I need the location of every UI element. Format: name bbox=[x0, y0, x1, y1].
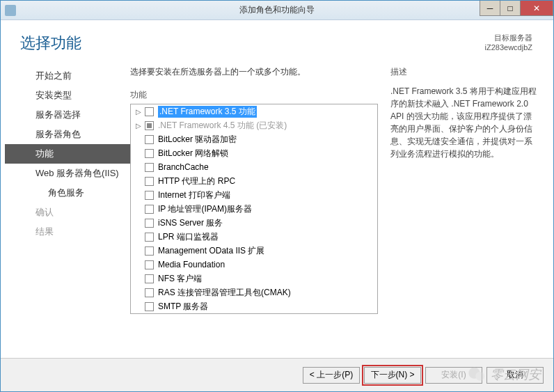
destination-label: 目标服务器 bbox=[485, 33, 532, 43]
feature-row[interactable]: Media Foundation bbox=[131, 258, 377, 272]
feature-label: BitLocker 网络解锁 bbox=[158, 148, 228, 159]
feature-checkbox[interactable] bbox=[145, 135, 154, 144]
feature-label: SMTP 服务器 bbox=[158, 301, 208, 313]
feature-label: NFS 客户端 bbox=[158, 273, 202, 285]
destination-server: 目标服务器 iZ283ewcdjbZ bbox=[485, 33, 532, 54]
feature-label: HTTP 代理上的 RPC bbox=[158, 175, 235, 187]
maximize-button[interactable]: □ bbox=[500, 1, 521, 16]
nav-item-2[interactable]: 服务器选择 bbox=[5, 105, 130, 125]
feature-label: .NET Framework 3.5 功能 bbox=[158, 106, 257, 118]
feature-row[interactable]: ▷.NET Framework 3.5 功能 bbox=[131, 104, 377, 118]
nav-item-5[interactable]: Web 服务器角色(IIS) bbox=[5, 164, 130, 183]
feature-checkbox[interactable] bbox=[145, 205, 154, 214]
app-icon bbox=[5, 5, 16, 16]
previous-button[interactable]: < 上一步(P) bbox=[303, 367, 360, 384]
feature-checkbox[interactable] bbox=[145, 233, 154, 242]
features-column: 选择要安装在所选服务器上的一个或多个功能。 功能 ▷.NET Framework… bbox=[130, 66, 378, 314]
nav-item-3[interactable]: 服务器角色 bbox=[5, 125, 130, 144]
feature-checkbox[interactable] bbox=[145, 163, 154, 172]
feature-row[interactable]: BitLocker 驱动器加密 bbox=[131, 132, 377, 146]
feature-checkbox[interactable] bbox=[145, 219, 154, 228]
destination-value: iZ283ewcdjbZ bbox=[485, 43, 532, 52]
install-button: 安装(I) bbox=[425, 367, 482, 384]
next-button[interactable]: 下一步(N) > bbox=[364, 367, 421, 384]
titlebar: 添加角色和功能向导 ─ □ ✕ bbox=[1, 1, 553, 20]
feature-checkbox[interactable] bbox=[145, 288, 154, 297]
feature-label: Internet 打印客户端 bbox=[158, 189, 230, 201]
feature-label: LPR 端口监视器 bbox=[158, 231, 219, 243]
nav-item-1[interactable]: 安装类型 bbox=[5, 86, 130, 105]
window-title: 添加角色和功能向导 bbox=[1, 4, 553, 16]
body: 开始之前安装类型服务器选择服务器角色功能Web 服务器角色(IIS)角色服务确认… bbox=[1, 59, 553, 314]
feature-label: RAS 连接管理器管理工具包(CMAK) bbox=[158, 287, 291, 299]
feature-label: BitLocker 驱动器加密 bbox=[158, 134, 237, 146]
nav-item-0[interactable]: 开始之前 bbox=[5, 66, 130, 86]
feature-checkbox bbox=[145, 121, 154, 130]
window-controls: ─ □ ✕ bbox=[480, 1, 553, 16]
feature-checkbox[interactable] bbox=[145, 302, 154, 311]
feature-checkbox[interactable] bbox=[145, 177, 154, 186]
cancel-button[interactable]: 取消 bbox=[486, 367, 544, 384]
feature-label: BranchCache bbox=[158, 162, 209, 172]
feature-row[interactable]: BranchCache bbox=[131, 160, 377, 174]
feature-row[interactable]: SMTP 服务器 bbox=[131, 299, 377, 313]
feature-row[interactable]: Management OData IIS 扩展 bbox=[131, 244, 377, 258]
feature-row[interactable]: LPR 端口监视器 bbox=[131, 230, 377, 244]
feature-row[interactable]: IP 地址管理(IPAM)服务器 bbox=[131, 202, 377, 216]
feature-label: IP 地址管理(IPAM)服务器 bbox=[158, 203, 252, 215]
close-button[interactable]: ✕ bbox=[520, 1, 553, 16]
page-title: 选择功能 bbox=[20, 33, 81, 54]
nav-item-8: 结果 bbox=[5, 222, 130, 242]
feature-label: Management OData IIS 扩展 bbox=[158, 245, 264, 257]
nav-sidebar: 开始之前安装类型服务器选择服务器角色功能Web 服务器角色(IIS)角色服务确认… bbox=[5, 59, 130, 314]
minimize-button[interactable]: ─ bbox=[480, 1, 500, 16]
feature-checkbox[interactable] bbox=[145, 274, 154, 283]
expand-icon[interactable]: ▷ bbox=[134, 122, 143, 130]
wizard-window: 添加角色和功能向导 ─ □ ✕ 选择功能 目标服务器 iZ283ewcdjbZ … bbox=[0, 0, 554, 392]
main-panel: 选择要安装在所选服务器上的一个或多个功能。 功能 ▷.NET Framework… bbox=[130, 59, 549, 314]
description-column: 描述 .NET Framework 3.5 将用于构建应用程序的新技术融入 .N… bbox=[390, 66, 537, 314]
feature-label: .NET Framework 4.5 功能 (已安装) bbox=[158, 120, 287, 132]
feature-row[interactable]: BitLocker 网络解锁 bbox=[131, 146, 377, 160]
features-tree[interactable]: ▷.NET Framework 3.5 功能▷.NET Framework 4.… bbox=[130, 104, 378, 314]
expand-icon[interactable]: ▷ bbox=[134, 108, 143, 116]
instruction-text: 选择要安装在所选服务器上的一个或多个功能。 bbox=[130, 66, 378, 78]
nav-item-4[interactable]: 功能 bbox=[5, 144, 130, 164]
feature-checkbox[interactable] bbox=[145, 260, 154, 269]
feature-checkbox[interactable] bbox=[145, 246, 154, 256]
feature-checkbox[interactable] bbox=[145, 149, 154, 158]
feature-row[interactable]: Internet 打印客户端 bbox=[131, 188, 377, 202]
footer: < 上一步(P) 下一步(N) > 安装(I) 取消 零云网安 bbox=[1, 358, 553, 391]
feature-label: iSNS Server 服务 bbox=[158, 217, 223, 229]
feature-row[interactable]: ▷.NET Framework 4.5 功能 (已安装) bbox=[131, 118, 377, 132]
feature-checkbox[interactable] bbox=[145, 107, 154, 116]
nav-item-6[interactable]: 角色服务 bbox=[5, 183, 130, 203]
feature-checkbox[interactable] bbox=[145, 191, 154, 200]
description-label: 描述 bbox=[390, 66, 537, 78]
feature-row[interactable]: NFS 客户端 bbox=[131, 272, 377, 285]
nav-item-7: 确认 bbox=[5, 203, 130, 222]
description-text: .NET Framework 3.5 将用于构建应用程序的新技术融入 .NET … bbox=[390, 85, 537, 160]
features-label: 功能 bbox=[130, 89, 378, 101]
feature-row[interactable]: iSNS Server 服务 bbox=[131, 216, 377, 230]
feature-label: Media Foundation bbox=[158, 260, 225, 269]
feature-row[interactable]: HTTP 代理上的 RPC bbox=[131, 174, 377, 188]
feature-row[interactable]: RAS 连接管理器管理工具包(CMAK) bbox=[131, 285, 377, 299]
header: 选择功能 目标服务器 iZ283ewcdjbZ bbox=[1, 20, 553, 59]
